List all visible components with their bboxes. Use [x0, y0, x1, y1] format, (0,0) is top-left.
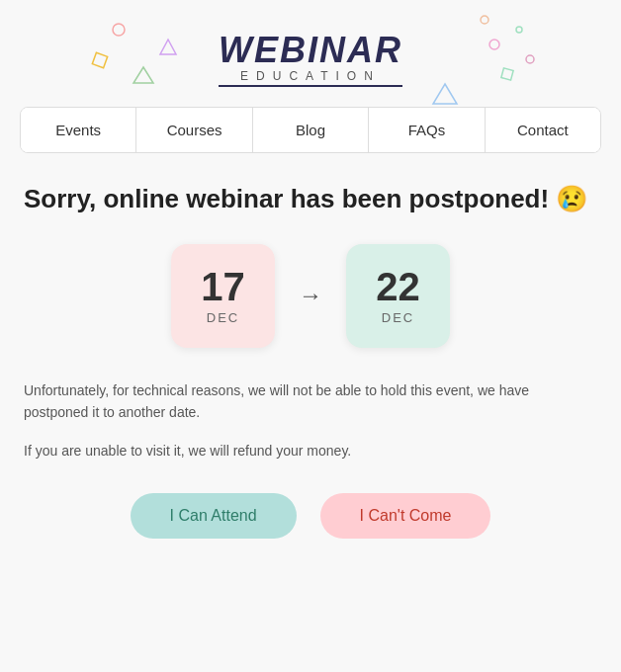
nav-events[interactable]: Events — [21, 108, 136, 152]
page-title: Sorry, online webinar has been postponed… — [24, 183, 597, 216]
nav-blog[interactable]: Blog — [253, 108, 369, 152]
main-content: Sorry, online webinar has been postponed… — [0, 153, 621, 578]
header: WEBINAR EDUCATION — [0, 0, 621, 107]
new-date-box: 22 DEC — [346, 244, 450, 348]
svg-point-9 — [481, 16, 488, 24]
svg-point-10 — [526, 55, 534, 63]
refund-note: If you are unable to visit it, we will r… — [24, 440, 597, 462]
new-date-month: DEC — [382, 310, 414, 325]
logo-main-text: WEBINAR — [219, 30, 402, 71]
old-date-number: 17 — [201, 267, 245, 306]
logo-sub-text: EDUCATION — [219, 69, 402, 87]
svg-marker-6 — [433, 84, 457, 104]
old-date-box: 17 DEC — [171, 244, 275, 348]
svg-marker-7 — [160, 40, 176, 54]
svg-point-2 — [489, 40, 499, 49]
svg-rect-4 — [501, 68, 513, 80]
svg-marker-5 — [133, 67, 153, 83]
svg-point-11 — [516, 27, 522, 33]
nav-contact[interactable]: Contact — [486, 108, 600, 152]
navigation: Events Courses Blog FAQs Contact — [20, 107, 601, 153]
attend-button[interactable]: I Can Attend — [131, 493, 297, 539]
svg-rect-3 — [92, 52, 107, 67]
logo: WEBINAR EDUCATION — [219, 30, 402, 87]
new-date-number: 22 — [376, 267, 420, 306]
old-date-month: DEC — [207, 310, 239, 325]
svg-point-0 — [113, 24, 125, 36]
nav-courses[interactable]: Courses — [136, 108, 252, 152]
nav-faqs[interactable]: FAQs — [369, 108, 485, 152]
date-section: 17 DEC → 22 DEC — [24, 244, 597, 348]
arrow-icon: → — [299, 282, 322, 309]
cant-come-button[interactable]: I Can't Come — [320, 493, 491, 539]
action-buttons: I Can Attend I Can't Come — [24, 493, 597, 558]
postpone-description: Unfortunately, for technical reasons, we… — [24, 379, 597, 424]
